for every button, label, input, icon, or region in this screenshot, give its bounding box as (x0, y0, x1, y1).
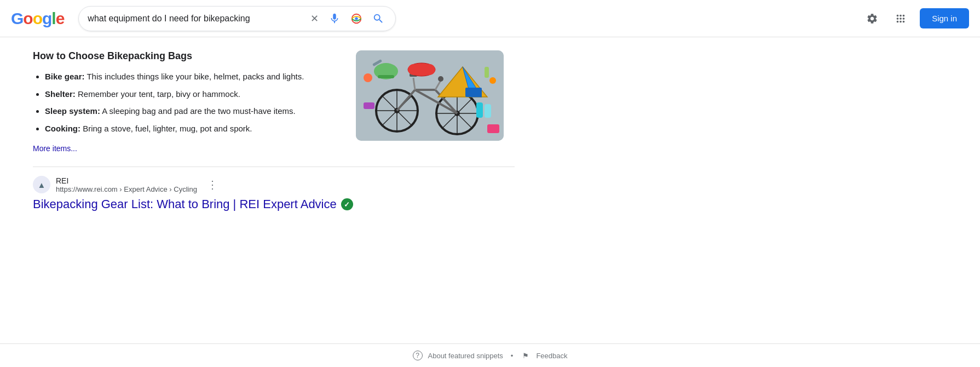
list-item-label-1: Bike gear: (45, 72, 85, 81)
svg-rect-34 (485, 67, 489, 78)
list-item-label-4: Cooking: (45, 124, 80, 133)
svg-rect-37 (487, 124, 499, 133)
gear-icon (866, 13, 878, 25)
search-result-rei: ▲ REI https://www.rei.com › Expert Advic… (33, 176, 515, 213)
svg-rect-31 (485, 104, 491, 118)
header-right: Sign in (863, 8, 969, 28)
snippet-divider (33, 167, 515, 167)
snippet-text-area: How to Choose Bikepacking Bags Bike gear… (33, 50, 339, 153)
settings-button[interactable] (863, 9, 881, 28)
feedback-link[interactable]: Feedback (536, 352, 567, 360)
svg-rect-29 (378, 75, 394, 78)
result-title-link[interactable]: Bikepacking Gear List: What to Bring | R… (33, 197, 337, 213)
svg-rect-25 (465, 88, 482, 97)
image-search-button[interactable] (348, 10, 365, 27)
mic-icon (328, 13, 341, 25)
apps-button[interactable] (891, 9, 910, 28)
lens-icon (350, 13, 362, 25)
verified-check-icon: ✓ (344, 200, 350, 209)
voice-search-button[interactable] (326, 10, 343, 27)
clear-icon: ✕ (310, 13, 319, 25)
grid-icon (895, 13, 907, 25)
svg-point-1 (355, 17, 359, 20)
logo-e: e (56, 9, 65, 28)
list-item-text-3: A sleeping bag and pad are the two must-… (102, 106, 296, 116)
list-item-text-4: Bring a stove, fuel, lighter, mug, pot a… (83, 124, 252, 133)
header: Google ✕ (0, 0, 980, 37)
list-item: Cooking: Bring a stove, fuel, lighter, m… (45, 122, 339, 136)
list-item-text-2: Remember your tent, tarp, bivy or hammoc… (78, 89, 240, 99)
more-items-link[interactable]: More items... (33, 144, 77, 153)
list-item: Sleep system: A sleeping bag and pad are… (45, 104, 339, 118)
svg-rect-36 (364, 102, 374, 109)
about-snippets-icon: ? (413, 351, 423, 360)
search-button[interactable] (370, 10, 387, 27)
snippet-title: How to Choose Bikepacking Bags (33, 50, 339, 62)
logo-o2: o (33, 9, 42, 28)
result-source: ▲ REI https://www.rei.com › Expert Advic… (33, 176, 515, 193)
search-icon (372, 13, 384, 25)
result-site-name: REI (56, 176, 197, 185)
logo-l: l (51, 9, 55, 28)
result-favicon: ▲ (33, 176, 50, 193)
logo-g: G (11, 9, 23, 28)
google-logo: Google (11, 9, 64, 28)
svg-point-33 (364, 73, 372, 82)
result-source-info: REI https://www.rei.com › Expert Advice … (56, 176, 197, 193)
clear-button[interactable]: ✕ (308, 10, 321, 27)
snippet-list: Bike gear: This includes things like you… (33, 70, 339, 135)
svg-rect-27 (408, 64, 435, 75)
result-menu-button[interactable]: ⋮ (203, 176, 222, 193)
search-input[interactable] (88, 14, 303, 24)
list-item-label-2: Shelter: (45, 89, 76, 99)
snippet-image (356, 50, 504, 141)
logo-o1: o (23, 9, 32, 28)
search-bar: ✕ (78, 6, 396, 31)
svg-rect-30 (476, 102, 483, 118)
result-title-row: Bikepacking Gear List: What to Bring | R… (33, 197, 515, 213)
list-item: Bike gear: This includes things like you… (45, 70, 339, 84)
snippet-illustration (356, 50, 504, 141)
favicon-symbol: ▲ (38, 180, 46, 190)
list-item: Shelter: Remember your tent, tarp, bivy … (45, 87, 339, 101)
svg-point-35 (489, 77, 496, 84)
list-item-text-1: This includes things like your bike, hel… (87, 72, 304, 81)
bottom-bar: ? About featured snippets • ⚑ Feedback (0, 343, 980, 367)
featured-snippet: How to Choose Bikepacking Bags Bike gear… (33, 50, 515, 153)
result-url: https://www.rei.com › Expert Advice › Cy… (56, 185, 197, 193)
feedback-icon: ⚑ (521, 351, 531, 360)
list-item-label-3: Sleep system: (45, 106, 100, 116)
verified-badge: ✓ (341, 198, 353, 210)
sign-in-button[interactable]: Sign in (920, 8, 969, 28)
main-content: How to Choose Bikepacking Bags Bike gear… (0, 37, 547, 226)
svg-point-20 (438, 76, 443, 82)
about-snippets-link[interactable]: About featured snippets (428, 352, 503, 360)
logo-g2: g (42, 9, 51, 28)
separator-dot: • (511, 352, 514, 360)
